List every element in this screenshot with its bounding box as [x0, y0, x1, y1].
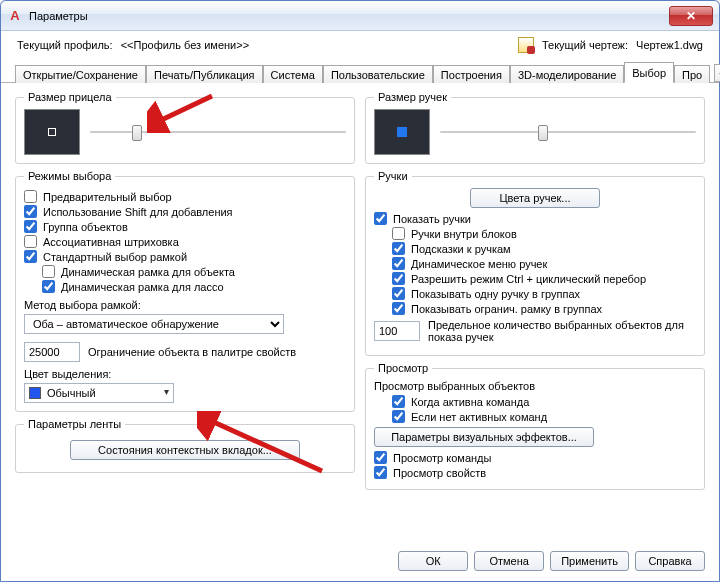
- chk-dyn-obj[interactable]: [42, 265, 55, 278]
- chk-dyn-obj-label: Динамическая рамка для объекта: [61, 266, 235, 278]
- highlight-color-label: Цвет выделения:: [24, 368, 346, 380]
- chk-grips-in-blocks[interactable]: [392, 227, 405, 240]
- chk-object-group[interactable]: [24, 220, 37, 233]
- current-profile-value: <<Профиль без имени>>: [121, 39, 249, 51]
- drawing-icon: [518, 37, 534, 53]
- help-button[interactable]: Справка: [635, 551, 705, 571]
- tab-drafting[interactable]: Построения: [433, 65, 510, 83]
- visual-effects-button[interactable]: Параметры визуальных эффектов...: [374, 427, 594, 447]
- chk-dynamic-grip-menu[interactable]: [392, 257, 405, 270]
- chk-assoc-hatch-label: Ассоциативная штриховка: [43, 236, 179, 248]
- ribbon-legend: Параметры ленты: [24, 418, 125, 430]
- chk-preview-no-cmd-label: Если нет активных команд: [411, 411, 547, 423]
- grip-preview: [374, 109, 430, 155]
- ribbon-group: Параметры ленты Состояния контекстных вк…: [15, 418, 355, 473]
- chk-preview-cmd-active[interactable]: [392, 395, 405, 408]
- tab-3d[interactable]: 3D-моделирование: [510, 65, 624, 83]
- chk-preselect-label: Предварительный выбор: [43, 191, 172, 203]
- chk-property-preview[interactable]: [374, 466, 387, 479]
- close-button[interactable]: ✕: [669, 6, 713, 26]
- chk-show-grips-label: Показать ручки: [393, 213, 471, 225]
- chk-dyn-lasso[interactable]: [42, 280, 55, 293]
- chk-property-preview-label: Просмотр свойств: [393, 467, 486, 479]
- chk-shift-add-label: Использование Shift для добавления: [43, 206, 233, 218]
- tab-plot[interactable]: Печать/Публикация: [146, 65, 263, 83]
- chk-single-grip-group-label: Показывать одну ручку в группах: [411, 288, 580, 300]
- grip-colors-button[interactable]: Цвета ручек...: [470, 188, 600, 208]
- current-drawing-label: Текущий чертеж:: [542, 39, 628, 51]
- preview-legend: Просмотр: [374, 362, 432, 374]
- chk-preview-cmd-active-label: Когда активна команда: [411, 396, 529, 408]
- grip-size-slider[interactable]: [440, 122, 696, 142]
- dialog-buttons: ОК Отмена Применить Справка: [398, 551, 705, 571]
- chk-bbox-group-label: Показывать огранич. рамку в группах: [411, 303, 602, 315]
- chk-command-preview-label: Просмотр команды: [393, 452, 491, 464]
- chk-grip-tips-label: Подсказки к ручкам: [411, 243, 511, 255]
- chk-bbox-group[interactable]: [392, 302, 405, 315]
- pickbox-preview: [24, 109, 80, 155]
- chk-preselect[interactable]: [24, 190, 37, 203]
- chk-preview-no-cmd[interactable]: [392, 410, 405, 423]
- chk-implied-window-label: Стандартный выбор рамкой: [43, 251, 187, 263]
- app-icon: A: [7, 8, 23, 24]
- tab-selection[interactable]: Выбор: [624, 62, 674, 83]
- current-drawing-value: Чертеж1.dwg: [636, 39, 703, 51]
- tab-system[interactable]: Система: [263, 65, 323, 83]
- selection-modes-legend: Режимы выбора: [24, 170, 115, 182]
- chk-grip-tips[interactable]: [392, 242, 405, 255]
- highlight-color-select[interactable]: Обычный: [24, 383, 174, 403]
- pickbox-slider[interactable]: [90, 122, 346, 142]
- pickbox-size-group: Размер прицела: [15, 91, 355, 164]
- palette-limit-label: Ограничение объекта в палитре свойств: [88, 346, 346, 358]
- ok-button[interactable]: ОК: [398, 551, 468, 571]
- selection-modes-group: Режимы выбора Предварительный выбор Испо…: [15, 170, 355, 412]
- preview-objects-label: Просмотр выбранных объектов: [374, 380, 696, 392]
- chk-show-grips[interactable]: [374, 212, 387, 225]
- window-method-label: Метод выбора рамкой:: [24, 299, 346, 311]
- palette-limit-input[interactable]: [24, 342, 80, 362]
- content: Размер прицела Режимы выбора Предварител…: [1, 83, 719, 551]
- pickbox-legend: Размер прицела: [24, 91, 116, 103]
- cancel-button[interactable]: Отмена: [474, 551, 544, 571]
- chk-object-group-label: Группа объектов: [43, 221, 128, 233]
- options-dialog: A Параметры ✕ Текущий профиль: <<Профиль…: [0, 0, 720, 582]
- chk-grips-in-blocks-label: Ручки внутри блоков: [411, 228, 517, 240]
- titlebar: A Параметры ✕: [1, 1, 719, 31]
- profile-row: Текущий профиль: <<Профиль без имени>> Т…: [1, 31, 719, 61]
- tab-row: Открытие/Сохранение Печать/Публикация Си…: [1, 61, 719, 83]
- tab-open-save[interactable]: Открытие/Сохранение: [15, 65, 146, 83]
- grip-size-group: Размер ручек: [365, 91, 705, 164]
- chk-implied-window[interactable]: [24, 250, 37, 263]
- grip-size-legend: Размер ручек: [374, 91, 451, 103]
- tab-user[interactable]: Пользовательские: [323, 65, 433, 83]
- preview-group: Просмотр Просмотр выбранных объектов Ког…: [365, 362, 705, 490]
- chk-command-preview[interactable]: [374, 451, 387, 464]
- current-profile-label: Текущий профиль:: [17, 39, 113, 51]
- window-method-select[interactable]: Оба – автоматическое обнаружение: [24, 314, 284, 334]
- chk-dynamic-grip-menu-label: Динамическое меню ручек: [411, 258, 547, 270]
- window-title: Параметры: [29, 10, 669, 22]
- contextual-tabs-button[interactable]: Состояния контекстных вкладок...: [70, 440, 300, 460]
- chk-ctrl-cycle[interactable]: [392, 272, 405, 285]
- grip-object-limit-input[interactable]: [374, 321, 420, 341]
- chk-single-grip-group[interactable]: [392, 287, 405, 300]
- apply-button[interactable]: Применить: [550, 551, 629, 571]
- left-column: Размер прицела Режимы выбора Предварител…: [15, 91, 355, 543]
- tab-profiles[interactable]: Про: [674, 65, 710, 83]
- chk-dyn-lasso-label: Динамическая рамка для лассо: [61, 281, 224, 293]
- grip-object-limit-label: Предельное количество выбранных объектов…: [428, 319, 696, 343]
- chk-shift-add[interactable]: [24, 205, 37, 218]
- grips-legend: Ручки: [374, 170, 412, 182]
- highlight-color-value: Обычный: [47, 387, 96, 399]
- right-column: Размер ручек Ручки Цвета ручек... Показа: [365, 91, 705, 543]
- chk-ctrl-cycle-label: Разрешить режим Ctrl + циклический переб…: [411, 273, 646, 285]
- tab-scroll-left[interactable]: ◂: [714, 64, 720, 82]
- color-swatch-icon: [29, 387, 41, 399]
- grips-group: Ручки Цвета ручек... Показать ручки Ручк…: [365, 170, 705, 356]
- chk-assoc-hatch[interactable]: [24, 235, 37, 248]
